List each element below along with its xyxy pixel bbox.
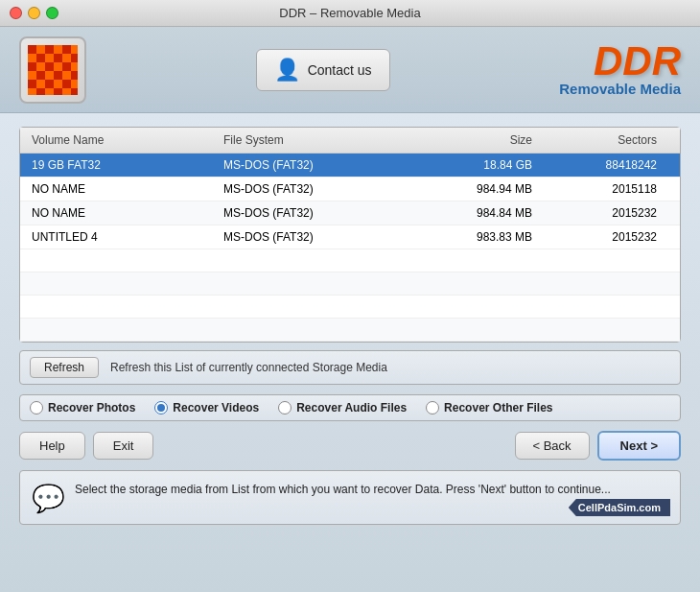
radio-label-other: Recover Other Files — [444, 401, 552, 414]
svg-rect-10 — [54, 54, 62, 62]
info-icon: 💬 — [32, 483, 65, 514]
radio-recover-photos[interactable]: Recover Photos — [30, 401, 135, 414]
table-body: 19 GB FAT32 MS-DOS (FAT32) 18.84 GB 8841… — [20, 154, 680, 342]
cell-sectors: 88418242 — [536, 156, 661, 174]
svg-rect-36 — [71, 88, 78, 95]
radio-label-audio: Recover Audio Files — [296, 401, 407, 414]
svg-rect-12 — [71, 54, 78, 62]
svg-rect-35 — [62, 88, 71, 95]
svg-rect-1 — [28, 45, 36, 54]
volume-table: Volume Name File System Size Sectors 19 … — [19, 127, 681, 343]
svg-rect-6 — [71, 45, 78, 54]
svg-rect-31 — [28, 88, 36, 95]
radio-recover-other[interactable]: Recover Other Files — [426, 401, 552, 414]
radio-recover-audio[interactable]: Recover Audio Files — [278, 401, 407, 414]
brand-subtitle: Removable Media — [559, 82, 681, 98]
svg-rect-19 — [28, 71, 36, 80]
cell-size: 984.84 MB — [411, 204, 536, 222]
cell-volume: NO NAME — [28, 180, 220, 198]
radio-label-videos: Recover Videos — [173, 401, 259, 414]
contact-label: Contact us — [308, 62, 372, 78]
svg-rect-25 — [28, 80, 36, 88]
svg-rect-3 — [45, 45, 54, 54]
cell-fs: MS-DOS (FAT32) — [220, 180, 411, 198]
table-row-empty — [20, 249, 680, 272]
refresh-description: Refresh this List of currently connected… — [110, 361, 387, 374]
close-button[interactable] — [10, 7, 22, 19]
info-box: 💬 Select the storage media from List fro… — [19, 470, 681, 525]
refresh-button[interactable]: Refresh — [30, 357, 99, 378]
svg-rect-22 — [54, 71, 62, 80]
next-button[interactable]: Next > — [597, 431, 681, 461]
exit-button[interactable]: Exit — [93, 432, 154, 460]
svg-rect-8 — [36, 54, 45, 62]
svg-rect-33 — [45, 88, 54, 95]
svg-rect-9 — [45, 54, 54, 62]
svg-rect-34 — [54, 88, 62, 95]
svg-rect-16 — [54, 62, 62, 71]
table-row[interactable]: NO NAME MS-DOS (FAT32) 984.84 MB 2015232 — [20, 201, 680, 225]
svg-rect-30 — [71, 80, 78, 88]
col-sectors: Sectors — [536, 131, 661, 149]
col-file-system: File System — [220, 131, 411, 149]
recovery-type-row: Recover Photos Recover Videos Recover Au… — [19, 394, 681, 421]
svg-rect-29 — [62, 80, 71, 88]
main-content: Volume Name File System Size Sectors 19 … — [0, 113, 700, 592]
radio-label-photos: Recover Photos — [48, 401, 135, 414]
bottom-actions: Help Exit < Back Next > — [19, 431, 681, 461]
svg-rect-17 — [62, 62, 71, 71]
cell-fs: MS-DOS (FAT32) — [220, 204, 411, 222]
svg-rect-27 — [45, 80, 54, 88]
cell-size: 984.94 MB — [411, 180, 536, 198]
window-controls[interactable] — [10, 7, 58, 19]
svg-rect-26 — [36, 80, 45, 88]
cell-size: 18.84 GB — [411, 156, 536, 174]
cell-volume: UNTITLED 4 — [28, 228, 220, 246]
cell-size: 983.83 MB — [411, 228, 536, 246]
svg-rect-11 — [62, 54, 71, 62]
back-button[interactable]: < Back — [515, 432, 590, 460]
cell-volume: 19 GB FAT32 — [28, 156, 220, 174]
svg-rect-5 — [62, 45, 71, 54]
svg-rect-15 — [45, 62, 54, 71]
contact-btn-wrap: 👤 Contact us — [86, 49, 559, 91]
radio-circle-videos — [154, 401, 168, 414]
svg-rect-28 — [54, 80, 62, 88]
title-bar: DDR – Removable Media — [0, 0, 700, 27]
table-row[interactable]: 19 GB FAT32 MS-DOS (FAT32) 18.84 GB 8841… — [20, 154, 680, 178]
cell-sectors: 2015232 — [536, 228, 661, 246]
cell-fs: MS-DOS (FAT32) — [220, 156, 411, 174]
radio-circle-other — [426, 401, 439, 414]
contact-button[interactable]: 👤 Contact us — [256, 49, 390, 91]
table-row-empty — [20, 296, 680, 319]
cell-volume: NO NAME — [28, 204, 220, 222]
info-text: Select the storage media from List from … — [75, 481, 611, 498]
watermark: CellPdaSim.com — [569, 499, 670, 516]
table-row-empty — [20, 319, 680, 342]
contact-icon: 👤 — [274, 58, 300, 83]
cell-sectors: 2015118 — [536, 180, 661, 198]
col-size: Size — [411, 131, 536, 149]
svg-rect-20 — [36, 71, 45, 80]
app-logo — [19, 36, 86, 104]
svg-rect-32 — [36, 88, 45, 95]
svg-rect-13 — [28, 62, 36, 71]
maximize-button[interactable] — [46, 7, 58, 19]
radio-recover-videos[interactable]: Recover Videos — [154, 401, 259, 414]
cell-fs: MS-DOS (FAT32) — [220, 228, 411, 246]
table-row[interactable]: UNTITLED 4 MS-DOS (FAT32) 983.83 MB 2015… — [20, 225, 680, 249]
svg-rect-18 — [71, 62, 78, 71]
table-row[interactable]: NO NAME MS-DOS (FAT32) 984.94 MB 2015118 — [20, 178, 680, 201]
help-button[interactable]: Help — [19, 432, 85, 460]
minimize-button[interactable] — [28, 7, 40, 19]
window-title: DDR – Removable Media — [279, 6, 420, 20]
refresh-row: Refresh Refresh this List of currently c… — [19, 350, 681, 385]
svg-rect-2 — [36, 45, 45, 54]
table-row-empty — [20, 272, 680, 296]
svg-rect-24 — [71, 71, 78, 80]
svg-rect-7 — [28, 54, 36, 62]
svg-rect-23 — [62, 71, 71, 80]
radio-circle-photos — [30, 401, 43, 414]
svg-rect-4 — [54, 45, 62, 54]
brand-ddr: DDR — [559, 41, 681, 82]
